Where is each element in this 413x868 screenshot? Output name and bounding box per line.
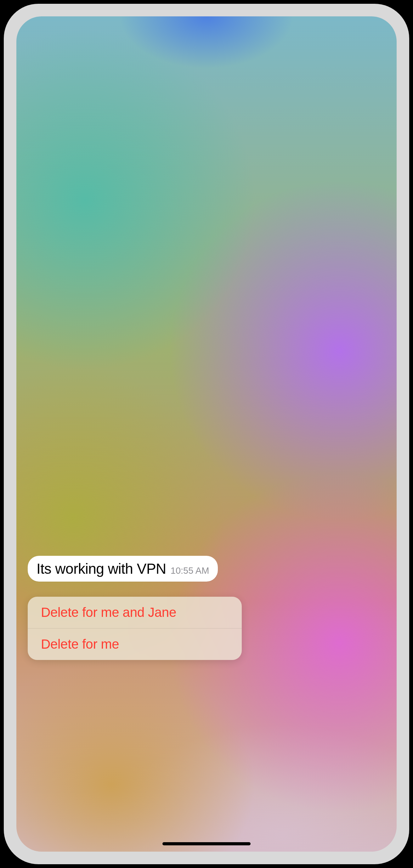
delete-for-me-button[interactable]: Delete for me bbox=[28, 628, 242, 660]
delete-for-both-button[interactable]: Delete for me and Jane bbox=[28, 597, 242, 628]
device-frame: Its working with VPN 10:55 AM Delete for… bbox=[4, 4, 409, 864]
home-indicator[interactable] bbox=[163, 842, 250, 845]
context-menu: Delete for me and Jane Delete for me bbox=[28, 597, 242, 660]
message-timestamp: 10:55 AM bbox=[171, 565, 209, 576]
screen: Its working with VPN 10:55 AM Delete for… bbox=[17, 17, 396, 851]
message-bubble[interactable]: Its working with VPN 10:55 AM bbox=[28, 556, 218, 582]
message-text: Its working with VPN bbox=[36, 560, 166, 577]
